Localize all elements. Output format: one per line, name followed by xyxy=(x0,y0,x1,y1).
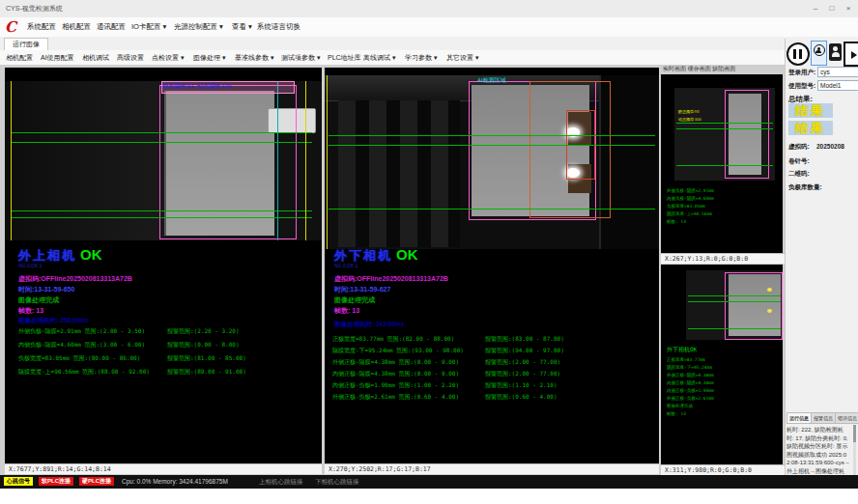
alarm-range: 报警范围:(89.00 - 91.00) xyxy=(167,368,246,377)
menu-camera-config[interactable]: 相机配置 xyxy=(62,22,91,32)
ai-region-label: AI检测区域 xyxy=(477,76,506,85)
thumbnail-header: 实时画面 缓存画面 缺陷画面 xyxy=(663,65,781,73)
tab-strip: 运行图像 xyxy=(0,37,858,51)
thumbnail-bottom-image xyxy=(686,270,783,340)
log-scrollbar-thumb[interactable] xyxy=(853,425,856,442)
left-camera-image[interactable]: 静态阈值:93, 动态阈值:100 xyxy=(5,81,322,240)
info-tab-alarm[interactable]: 报警信息 xyxy=(811,412,836,424)
result-sub: NG:0,OK:1 xyxy=(334,263,358,268)
measurement-row: 外侧正极-负极=2.61mm 范围:(0.60 - 4.00) 报警范围:(0.… xyxy=(325,393,659,403)
threshold-overlay: 静态阈值:93, 动态阈值:100 xyxy=(161,81,295,94)
thumbnail-top[interactable]: 静态阈值:93 动态阈值:100 外侧负极-隔膜=2.91mm 内侧负极-隔膜=… xyxy=(661,74,783,253)
measurement-row: 内侧负极-隔膜=4.60mm 范围:(3.00 - 6.00) 报警范围:(0.… xyxy=(5,341,322,350)
measurement-row: 内侧正极-隔膜=4.38mm 范围:(0.00 - 9.00) 报警范围:(2.… xyxy=(325,370,659,379)
pixel-coordinates: X:267;Y:13;R:0;G:0;B:0 xyxy=(661,253,786,264)
measurement-row: 隔膜宽度-上=90.56mm 范围:(88.00 - 92.00) 报警范围:(… xyxy=(5,368,322,378)
needle-number-label: 卷针号: xyxy=(788,157,810,166)
measurement-value: 负极宽度=83.05mm 范围:(80.00 - 86.00) xyxy=(18,354,140,363)
roi-rect xyxy=(159,85,297,239)
app-logo-icon: C xyxy=(5,18,22,36)
thumb-text-line: 帧数: 13 xyxy=(667,219,686,224)
app-window: CYS-视觉检测系统 – □ × C 系统配置 相机配置 通讯配置 IO卡配置 … xyxy=(0,0,858,504)
process-time: 图像处理耗时: 143.00ms xyxy=(334,321,404,329)
operator-button[interactable] xyxy=(829,43,842,61)
measurement-value: 正极宽度=83.77mm 范围:(82.00 - 88.00) xyxy=(332,335,454,344)
thumb-text-line: 外侧正极-隔膜=4.38mm xyxy=(667,373,714,378)
pause-icon xyxy=(793,49,796,59)
close-button[interactable]: × xyxy=(841,2,856,14)
tool-camera-debug[interactable]: 相机调试 xyxy=(82,53,109,63)
measurement-row: 隔膜宽度-下=95.24mm 范围:(93.00 - 98.00) 报警范围:(… xyxy=(325,347,659,356)
thumb-text-line: 内侧负极-隔膜=4.60mm xyxy=(667,196,714,201)
toolbar: 相机配置 AI使用配置 相机调试 高级设置 点检设置 ▾ 图像处理 ▾ 基准线参… xyxy=(0,50,858,66)
measurement-row: 外侧负极-隔膜=2.91mm 范围:(2.00 - 3.50) 报警范围:(2.… xyxy=(5,327,322,337)
thumb-text-line: 隔膜宽度-下=95.24mm xyxy=(667,365,712,370)
qrcode-label: 二维码: xyxy=(788,170,810,179)
menu-language-switch[interactable]: 系统语言切换 xyxy=(257,22,300,32)
model-value-field[interactable]: Model1 xyxy=(817,80,858,91)
virtual-code: 虚拟码:OFFline2025020813313A72B xyxy=(334,274,448,284)
hard-plc-badge: 硬PLC连接 xyxy=(79,477,114,486)
model-label: 使用型号: xyxy=(788,82,815,91)
tool-image-process[interactable]: 图像处理 ▾ xyxy=(193,53,225,63)
baseline xyxy=(688,328,781,329)
baseline xyxy=(676,123,773,124)
tool-test-param[interactable]: 测试项参数 ▾ xyxy=(281,53,320,63)
exit-icon xyxy=(851,51,857,59)
pixel-coordinates: X:270;Y:2502;R:17;G:17;B:17 xyxy=(325,463,659,474)
menu-system-config[interactable]: 系统配置 xyxy=(27,22,56,32)
login-label: 登录用户: xyxy=(788,69,815,77)
cpu-memory-text: Cpu: 0.0% Memory: 3424.41796875M xyxy=(122,478,228,485)
pause-button[interactable] xyxy=(786,42,810,66)
measurement-row: 正极宽度=83.77mm 范围:(82.00 - 88.00) 报警范围:(83… xyxy=(325,335,659,345)
alarm-range: 报警范围:(81.00 - 85.00) xyxy=(167,354,246,363)
tool-offline-debug[interactable]: 离线调试 ▾ xyxy=(363,53,395,63)
heartbeat-badge: 心跳信号 xyxy=(4,477,33,486)
tool-camera-config[interactable]: 相机配置 xyxy=(6,53,33,63)
operator-icon xyxy=(832,52,840,57)
alarm-range: 报警范围:(1.10 - 2.10) xyxy=(485,381,558,390)
process-done: 图像处理完成 xyxy=(334,295,375,305)
baseline xyxy=(11,217,312,218)
login-value-field[interactable]: cys xyxy=(817,67,858,77)
tool-other-settings[interactable]: 其它设置 ▾ xyxy=(446,53,478,63)
thumb-text-line: 外侧负极-隔膜=2.91mm xyxy=(667,188,714,193)
menu-io-config[interactable]: IO卡配置 ▾ xyxy=(131,22,166,32)
menu-view[interactable]: 查看 ▾ xyxy=(232,22,252,32)
tool-ai-config[interactable]: AI使用配置 xyxy=(41,53,74,63)
virtual-code-value: 20250208 xyxy=(816,143,844,150)
minimize-button[interactable]: – xyxy=(808,2,823,14)
tool-advanced[interactable]: 高级设置 xyxy=(117,53,144,63)
frame-count: 帧数: 13 xyxy=(18,306,43,316)
maximize-button[interactable]: □ xyxy=(824,2,840,14)
login-user-button[interactable] xyxy=(811,41,827,66)
menu-comm-config[interactable]: 通讯配置 xyxy=(97,22,126,32)
thumbnail-bottom[interactable]: 外下相机OK 正极宽度=83.77mm 隔膜宽度-下=95.24mm 外侧正极-… xyxy=(661,265,783,464)
tool-plc-address[interactable]: PLC地址库 xyxy=(328,53,361,63)
exit-button[interactable] xyxy=(844,42,858,67)
frame-count: 帧数: 13 xyxy=(334,306,359,316)
menu-light-config[interactable]: 光源控制配置 ▾ xyxy=(174,22,223,32)
measurement-value: 外侧负极-隔膜=2.91mm 范围:(2.00 - 3.50) xyxy=(18,327,145,336)
alarm-range: 报警范围:(2.20 - 3.20) xyxy=(167,327,240,336)
capture-time: 时间:13-31-59-627 xyxy=(334,285,390,294)
user-icon xyxy=(815,50,821,53)
tab-run-image[interactable]: 运行图像 xyxy=(4,38,48,50)
measurement-value: 隔膜宽度-上=90.56mm 范围:(88.00 - 92.00) xyxy=(18,368,150,377)
thumb-text-line: 图像处理完成 xyxy=(667,404,693,408)
info-tab-error[interactable]: 错误信息 xyxy=(835,412,858,424)
measurement-value: 外侧正极-负极=2.61mm 范围:(0.60 - 4.00) xyxy=(332,393,459,402)
roi-rect xyxy=(725,272,783,340)
info-tab-run[interactable]: 运行信息 xyxy=(786,412,812,424)
pixel-coordinates: X:311;Y:980;R:0;G:0;B:0 xyxy=(661,464,786,475)
tool-spot-check[interactable]: 点检设置 ▾ xyxy=(152,53,184,63)
measurement-value: 内侧正极-隔膜=4.38mm 范围:(0.00 - 9.00) xyxy=(332,370,459,378)
measurement-value: 外侧正极-隔膜=4.38mm 范围:(0.00 - 9.00) xyxy=(332,358,459,367)
thumb-text-line: 帧数: 13 xyxy=(667,411,686,416)
menu-bar: C 系统配置 相机配置 通讯配置 IO卡配置 ▾ 光源控制配置 ▾ 查看 ▾ 系… xyxy=(0,17,858,38)
tool-baseline-param[interactable]: 基准线参数 ▾ xyxy=(235,53,273,63)
tool-learn-param[interactable]: 学习参数 ▾ xyxy=(405,53,437,63)
baseline xyxy=(329,209,655,210)
center-camera-image[interactable]: AI检测区域 xyxy=(325,75,659,249)
lower-camera-heartbeat: 下相机心跳链接 xyxy=(315,478,359,487)
